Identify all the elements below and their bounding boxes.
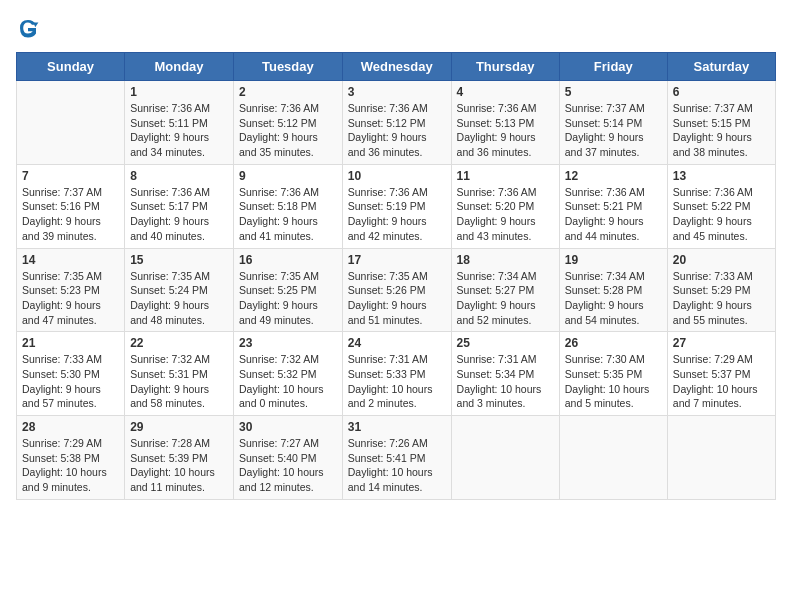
daylight-text: Daylight: 10 hours and 9 minutes. [22,466,107,493]
cell-content: Sunrise: 7:26 AMSunset: 5:41 PMDaylight:… [348,436,446,495]
sunrise-text: Sunrise: 7:29 AM [22,437,102,449]
logo-icon [16,16,40,40]
cell-content: Sunrise: 7:37 AMSunset: 5:15 PMDaylight:… [673,101,770,160]
cell-content: Sunrise: 7:33 AMSunset: 5:29 PMDaylight:… [673,269,770,328]
calendar-cell [667,416,775,500]
calendar-cell: 16Sunrise: 7:35 AMSunset: 5:25 PMDayligh… [233,248,342,332]
calendar-cell: 4Sunrise: 7:36 AMSunset: 5:13 PMDaylight… [451,81,559,165]
daylight-text: Daylight: 10 hours and 2 minutes. [348,383,433,410]
sunrise-text: Sunrise: 7:35 AM [22,270,102,282]
calendar-cell: 31Sunrise: 7:26 AMSunset: 5:41 PMDayligh… [342,416,451,500]
sunset-text: Sunset: 5:14 PM [565,117,643,129]
sunset-text: Sunset: 5:35 PM [565,368,643,380]
calendar-cell: 23Sunrise: 7:32 AMSunset: 5:32 PMDayligh… [233,332,342,416]
daylight-text: Daylight: 10 hours and 11 minutes. [130,466,215,493]
day-number: 30 [239,420,337,434]
day-number: 24 [348,336,446,350]
daylight-text: Daylight: 10 hours and 3 minutes. [457,383,542,410]
day-number: 3 [348,85,446,99]
sunset-text: Sunset: 5:22 PM [673,200,751,212]
calendar-cell: 2Sunrise: 7:36 AMSunset: 5:12 PMDaylight… [233,81,342,165]
day-number: 28 [22,420,119,434]
calendar-header-row: SundayMondayTuesdayWednesdayThursdayFrid… [17,53,776,81]
calendar-cell: 28Sunrise: 7:29 AMSunset: 5:38 PMDayligh… [17,416,125,500]
sunset-text: Sunset: 5:21 PM [565,200,643,212]
sunrise-text: Sunrise: 7:37 AM [565,102,645,114]
week-row-3: 21Sunrise: 7:33 AMSunset: 5:30 PMDayligh… [17,332,776,416]
sunrise-text: Sunrise: 7:36 AM [348,186,428,198]
calendar-table: SundayMondayTuesdayWednesdayThursdayFrid… [16,52,776,500]
cell-content: Sunrise: 7:35 AMSunset: 5:25 PMDaylight:… [239,269,337,328]
daylight-text: Daylight: 9 hours and 44 minutes. [565,215,644,242]
day-number: 21 [22,336,119,350]
sunrise-text: Sunrise: 7:36 AM [130,186,210,198]
sunrise-text: Sunrise: 7:32 AM [239,353,319,365]
daylight-text: Daylight: 10 hours and 0 minutes. [239,383,324,410]
daylight-text: Daylight: 10 hours and 14 minutes. [348,466,433,493]
sunset-text: Sunset: 5:16 PM [22,200,100,212]
cell-content: Sunrise: 7:36 AMSunset: 5:12 PMDaylight:… [348,101,446,160]
day-number: 7 [22,169,119,183]
daylight-text: Daylight: 9 hours and 38 minutes. [673,131,752,158]
sunset-text: Sunset: 5:31 PM [130,368,208,380]
daylight-text: Daylight: 9 hours and 40 minutes. [130,215,209,242]
sunrise-text: Sunrise: 7:37 AM [22,186,102,198]
sunrise-text: Sunrise: 7:35 AM [348,270,428,282]
sunrise-text: Sunrise: 7:36 AM [565,186,645,198]
day-number: 20 [673,253,770,267]
cell-content: Sunrise: 7:36 AMSunset: 5:22 PMDaylight:… [673,185,770,244]
sunrise-text: Sunrise: 7:36 AM [348,102,428,114]
daylight-text: Daylight: 9 hours and 35 minutes. [239,131,318,158]
cell-content: Sunrise: 7:35 AMSunset: 5:26 PMDaylight:… [348,269,446,328]
sunrise-text: Sunrise: 7:26 AM [348,437,428,449]
sunset-text: Sunset: 5:20 PM [457,200,535,212]
sunrise-text: Sunrise: 7:31 AM [348,353,428,365]
calendar-cell: 27Sunrise: 7:29 AMSunset: 5:37 PMDayligh… [667,332,775,416]
cell-content: Sunrise: 7:36 AMSunset: 5:13 PMDaylight:… [457,101,554,160]
daylight-text: Daylight: 9 hours and 52 minutes. [457,299,536,326]
calendar-cell: 5Sunrise: 7:37 AMSunset: 5:14 PMDaylight… [559,81,667,165]
day-number: 16 [239,253,337,267]
day-number: 2 [239,85,337,99]
sunrise-text: Sunrise: 7:36 AM [673,186,753,198]
day-number: 31 [348,420,446,434]
calendar-cell [451,416,559,500]
calendar-cell: 22Sunrise: 7:32 AMSunset: 5:31 PMDayligh… [125,332,234,416]
day-number: 13 [673,169,770,183]
day-header-sunday: Sunday [17,53,125,81]
sunrise-text: Sunrise: 7:32 AM [130,353,210,365]
sunset-text: Sunset: 5:12 PM [348,117,426,129]
calendar-cell: 12Sunrise: 7:36 AMSunset: 5:21 PMDayligh… [559,164,667,248]
calendar-cell: 18Sunrise: 7:34 AMSunset: 5:27 PMDayligh… [451,248,559,332]
day-number: 6 [673,85,770,99]
cell-content: Sunrise: 7:31 AMSunset: 5:34 PMDaylight:… [457,352,554,411]
calendar-cell: 13Sunrise: 7:36 AMSunset: 5:22 PMDayligh… [667,164,775,248]
sunrise-text: Sunrise: 7:35 AM [239,270,319,282]
calendar-cell: 6Sunrise: 7:37 AMSunset: 5:15 PMDaylight… [667,81,775,165]
daylight-text: Daylight: 9 hours and 37 minutes. [565,131,644,158]
calendar-cell: 15Sunrise: 7:35 AMSunset: 5:24 PMDayligh… [125,248,234,332]
calendar-cell: 10Sunrise: 7:36 AMSunset: 5:19 PMDayligh… [342,164,451,248]
calendar-cell: 19Sunrise: 7:34 AMSunset: 5:28 PMDayligh… [559,248,667,332]
cell-content: Sunrise: 7:36 AMSunset: 5:18 PMDaylight:… [239,185,337,244]
sunrise-text: Sunrise: 7:36 AM [239,102,319,114]
day-header-friday: Friday [559,53,667,81]
sunset-text: Sunset: 5:17 PM [130,200,208,212]
sunrise-text: Sunrise: 7:31 AM [457,353,537,365]
day-number: 23 [239,336,337,350]
sunrise-text: Sunrise: 7:36 AM [457,186,537,198]
cell-content: Sunrise: 7:34 AMSunset: 5:27 PMDaylight:… [457,269,554,328]
calendar-cell: 14Sunrise: 7:35 AMSunset: 5:23 PMDayligh… [17,248,125,332]
calendar-cell [17,81,125,165]
sunrise-text: Sunrise: 7:29 AM [673,353,753,365]
sunset-text: Sunset: 5:28 PM [565,284,643,296]
daylight-text: Daylight: 10 hours and 12 minutes. [239,466,324,493]
day-number: 22 [130,336,228,350]
cell-content: Sunrise: 7:34 AMSunset: 5:28 PMDaylight:… [565,269,662,328]
sunset-text: Sunset: 5:23 PM [22,284,100,296]
day-header-thursday: Thursday [451,53,559,81]
page-header [16,16,776,40]
day-number: 26 [565,336,662,350]
day-number: 15 [130,253,228,267]
day-number: 12 [565,169,662,183]
